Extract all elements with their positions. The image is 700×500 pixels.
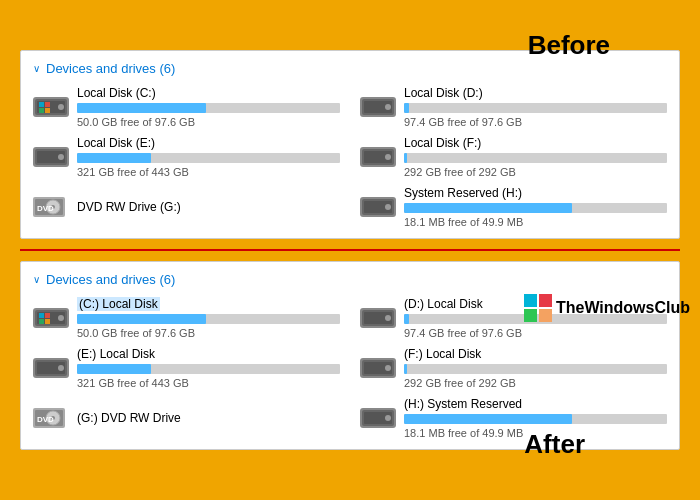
main-container: ∨ Devices and drives (6) — [0, 0, 700, 500]
svg-rect-34 — [45, 313, 50, 318]
progress-container-c-before — [77, 103, 340, 113]
after-panel: ∨ Devices and drives (6) — [20, 261, 680, 450]
drive-info-f-before: Local Disk (F:) 292 GB free of 292 GB — [404, 136, 667, 178]
drive-info-c-before: Local Disk (C:) 50.0 GB free of 97.6 GB — [77, 86, 340, 128]
before-panel: ∨ Devices and drives (6) — [20, 50, 680, 239]
hdd-icon-h-before — [360, 193, 396, 221]
hdd-icon-e-before — [33, 143, 69, 171]
drive-info-h-before: System Reserved (H:) 18.1 MB free of 49.… — [404, 186, 667, 228]
svg-rect-59 — [539, 294, 552, 307]
drive-item-c-after: (C:) Local Disk 50.0 GB free of 97.6 GB — [33, 297, 340, 339]
svg-rect-36 — [45, 319, 50, 324]
progress-bar-h-before — [404, 203, 572, 213]
windows-logo-icon — [524, 294, 552, 322]
drive-info-d-before: Local Disk (D:) 97.4 GB free of 97.6 GB — [404, 86, 667, 128]
progress-bar-f-after — [404, 364, 407, 374]
svg-rect-4 — [39, 102, 44, 107]
progress-container-h-after — [404, 414, 667, 424]
drive-item-e-before: Local Disk (E:) 321 GB free of 443 GB — [33, 136, 340, 178]
progress-bar-c-after — [77, 314, 206, 324]
hdd-icon-d-before — [360, 93, 396, 121]
drive-space-e-after: 321 GB free of 443 GB — [77, 377, 340, 389]
svg-point-11 — [385, 104, 391, 110]
drive-name-h-before: System Reserved (H:) — [404, 186, 667, 200]
drive-space-d-after: 97.4 GB free of 97.6 GB — [404, 327, 667, 339]
svg-point-40 — [385, 315, 391, 321]
svg-point-28 — [385, 204, 391, 210]
drive-space-e-before: 321 GB free of 443 GB — [77, 166, 340, 178]
drive-space-d-before: 97.4 GB free of 97.6 GB — [404, 116, 667, 128]
svg-rect-33 — [39, 313, 44, 318]
drive-item-h-after: (H:) System Reserved 18.1 MB free of 49.… — [360, 397, 667, 439]
svg-point-44 — [58, 365, 64, 371]
progress-container-e-after — [77, 364, 340, 374]
drive-item-g-after: DVD (G:) DVD RW Drive — [33, 397, 340, 439]
after-panel-title: Devices and drives (6) — [46, 272, 175, 287]
svg-rect-6 — [39, 108, 44, 113]
hdd-icon-e-after — [33, 354, 69, 382]
after-panel-header: ∨ Devices and drives (6) — [33, 272, 667, 287]
svg-rect-7 — [45, 108, 50, 113]
progress-bar-h-after — [404, 414, 572, 424]
drive-name-g-after: (G:) DVD RW Drive — [77, 411, 340, 425]
drive-info-g-before: DVD RW Drive (G:) — [77, 200, 340, 214]
hdd-icon-h-after — [360, 404, 396, 432]
dvd-icon-g-before: DVD — [33, 189, 69, 225]
drive-name-c-after: (C:) Local Disk — [77, 297, 340, 311]
after-label: After — [524, 429, 585, 460]
drive-name-e-after: (E:) Local Disk — [77, 347, 340, 361]
hdd-icon-f-after — [360, 354, 396, 382]
progress-bar-d-before — [404, 103, 409, 113]
drive-space-f-after: 292 GB free of 292 GB — [404, 377, 667, 389]
svg-text:DVD: DVD — [37, 415, 54, 424]
dvd-icon-g-after: DVD — [33, 400, 69, 436]
drive-name-f-after: (F:) Local Disk — [404, 347, 667, 361]
hdd-icon-f-before — [360, 143, 396, 171]
svg-point-19 — [385, 154, 391, 160]
chevron-icon-after: ∨ — [33, 274, 40, 285]
progress-container-c-after — [77, 314, 340, 324]
drive-name-d-before: Local Disk (D:) — [404, 86, 667, 100]
before-panel-header: ∨ Devices and drives (6) — [33, 61, 667, 76]
drive-item-h-before: System Reserved (H:) 18.1 MB free of 49.… — [360, 186, 667, 228]
drive-item-c-before: Local Disk (C:) 50.0 GB free of 97.6 GB — [33, 86, 340, 128]
drive-space-c-before: 50.0 GB free of 97.6 GB — [77, 116, 340, 128]
drive-item-g-before: DVD DVD RW Drive (G:) — [33, 186, 340, 228]
drive-info-g-after: (G:) DVD RW Drive — [77, 411, 340, 425]
drive-name-g-before: DVD RW Drive (G:) — [77, 200, 340, 214]
hdd-icon-c-after — [33, 304, 69, 332]
chevron-icon: ∨ — [33, 63, 40, 74]
drive-name-c-before: Local Disk (C:) — [77, 86, 340, 100]
svg-rect-58 — [524, 294, 537, 307]
svg-point-15 — [58, 154, 64, 160]
brand-text: TheWindowsClub — [556, 299, 690, 317]
drive-info-e-before: Local Disk (E:) 321 GB free of 443 GB — [77, 136, 340, 178]
svg-rect-5 — [45, 102, 50, 107]
divider-line — [20, 249, 680, 251]
progress-bar-e-after — [77, 364, 151, 374]
before-label: Before — [528, 30, 610, 61]
drive-item-f-before: Local Disk (F:) 292 GB free of 292 GB — [360, 136, 667, 178]
svg-point-3 — [58, 104, 64, 110]
svg-point-57 — [385, 415, 391, 421]
svg-rect-35 — [39, 319, 44, 324]
svg-rect-61 — [539, 309, 552, 322]
drive-item-d-before: Local Disk (D:) 97.4 GB free of 97.6 GB — [360, 86, 667, 128]
brand-watermark: TheWindowsClub — [524, 294, 690, 322]
progress-container-e-before — [77, 153, 340, 163]
drive-name-f-before: Local Disk (F:) — [404, 136, 667, 150]
before-panel-title: Devices and drives (6) — [46, 61, 175, 76]
progress-bar-c-before — [77, 103, 206, 113]
svg-text:DVD: DVD — [37, 204, 54, 213]
drive-info-f-after: (F:) Local Disk 292 GB free of 292 GB — [404, 347, 667, 389]
progress-bar-e-before — [77, 153, 151, 163]
progress-container-d-before — [404, 103, 667, 113]
drive-name-e-before: Local Disk (E:) — [77, 136, 340, 150]
progress-bar-d-after — [404, 314, 409, 324]
drive-info-c-after: (C:) Local Disk 50.0 GB free of 97.6 GB — [77, 297, 340, 339]
progress-container-h-before — [404, 203, 667, 213]
svg-rect-60 — [524, 309, 537, 322]
hdd-icon-c-before — [33, 93, 69, 121]
drive-space-c-after: 50.0 GB free of 97.6 GB — [77, 327, 340, 339]
drive-info-e-after: (E:) Local Disk 321 GB free of 443 GB — [77, 347, 340, 389]
